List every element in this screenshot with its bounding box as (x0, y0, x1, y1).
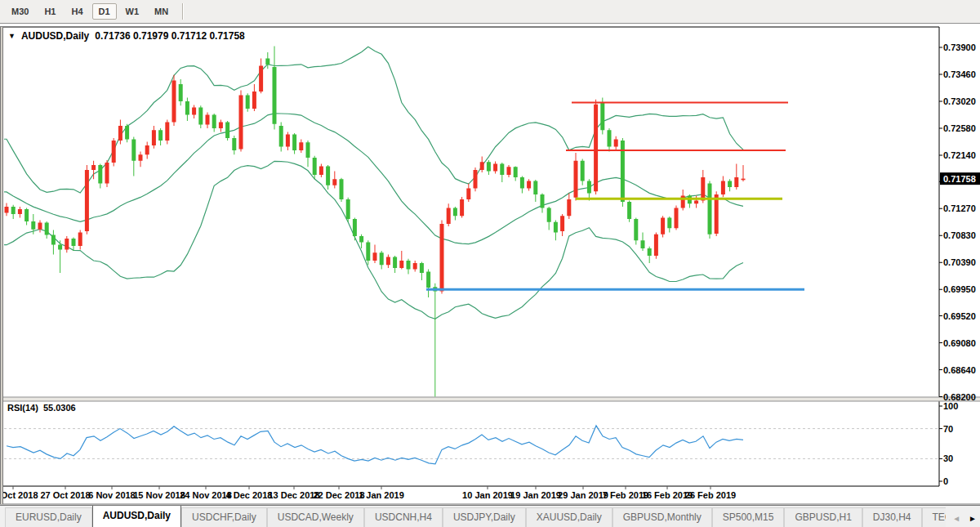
candle-body (326, 167, 330, 185)
candle-body (299, 142, 303, 150)
candle-body (474, 170, 478, 189)
chart-tab-eurusd-daily[interactable]: EURUSD,Daily (5, 507, 92, 527)
candle-body (447, 208, 451, 225)
candle-body (507, 167, 511, 175)
candle-body (105, 163, 109, 184)
candle-body (313, 158, 317, 175)
candle-body (386, 257, 390, 266)
date-axis-label: 24 Nov 2018 (180, 490, 232, 500)
candle-body (560, 216, 564, 231)
chart-tab-audusd-daily[interactable]: AUDUSD,Daily (92, 506, 181, 527)
candle-body (453, 208, 457, 217)
price-axis-label: 0.72580 (943, 123, 976, 133)
candle-body (500, 164, 504, 176)
candle-body (614, 140, 618, 147)
candle-body (72, 239, 76, 246)
chart-symbol-label: AUDUSD,Daily (21, 30, 89, 42)
candle-body (98, 165, 102, 184)
timeframe-button-h1[interactable]: H1 (38, 3, 62, 20)
date-axis-label: 18 Oct 2018 (0, 490, 38, 500)
candle-body (58, 245, 62, 250)
timeframe-button-h4[interactable]: H4 (65, 3, 89, 20)
candle-body (273, 67, 277, 124)
candle-body (51, 235, 56, 245)
chart-title: ▼ AUDUSD,Daily 0.71736 0.71979 0.71712 0… (8, 30, 245, 42)
tabs-scroll-left-icon[interactable]: ◄ (952, 514, 960, 523)
pane-splitter[interactable] (0, 397, 980, 401)
candle-body (627, 202, 631, 219)
candle-body (393, 257, 397, 269)
candle-body (11, 207, 16, 214)
candle-body (112, 141, 116, 163)
candle-body (346, 199, 350, 219)
timeframe-button-w1[interactable]: W1 (119, 3, 146, 20)
rsi-name: RSI(14) (7, 403, 38, 413)
candle-body (332, 179, 336, 185)
timeframe-button-m30[interactable]: M30 (5, 3, 35, 20)
date-axis-label: 19 Jan 2019 (510, 490, 561, 500)
candle-body (426, 272, 430, 288)
candle-body (567, 199, 571, 216)
candle-body (694, 201, 698, 204)
rsi-axis-label: 0 (943, 476, 948, 486)
chart-tab-usdcnh-h4[interactable]: USDCNH,H4 (364, 507, 443, 527)
candle-body (533, 181, 537, 195)
candle-body (252, 92, 256, 109)
chart-ohlc-values: 0.71736 0.71979 0.71712 0.71758 (95, 30, 245, 42)
bollinger-upper-band (0, 47, 743, 193)
candle-body (581, 161, 585, 181)
candle-body (5, 207, 9, 213)
timeframe-button-d1[interactable]: D1 (92, 3, 117, 20)
candle-body (212, 115, 216, 129)
candle-body (413, 263, 417, 270)
candle-body (648, 248, 652, 256)
candle-body (742, 179, 746, 181)
chart-tab-usdcad-weekly[interactable]: USDCAD,Weekly (267, 507, 364, 527)
date-axis-label: 13 Dec 2018 (269, 490, 320, 500)
candle-body (547, 208, 551, 222)
chart-tab-gbpusd-monthly[interactable]: GBPUSD,Monthly (612, 507, 712, 527)
candle-body (152, 130, 156, 145)
chart-tab-sp500-m15[interactable]: SP500,M15 (712, 507, 785, 527)
candle-body (728, 181, 732, 188)
date-axis-label: 10 Jan 2019 (462, 490, 513, 500)
rsi-line (7, 426, 743, 464)
timeframe-button-mn[interactable]: MN (148, 3, 175, 20)
chart-canvas[interactable]: 0.739000.734600.730200.725800.721400.717… (0, 0, 980, 527)
price-axis-label: 0.73020 (943, 96, 976, 106)
rsi-axis-label: 30 (943, 453, 953, 463)
chart-tab-xauusd-daily[interactable]: XAUUSD,Daily (526, 507, 612, 527)
date-axis-label: 27 Oct 2018 (40, 490, 90, 500)
candle-body (246, 96, 250, 109)
candle-body (359, 236, 363, 243)
chart-tab-tech100-h[interactable]: TECH100,H (922, 507, 946, 527)
chart-tab-usdjpy-daily[interactable]: USDJPY,Daily (443, 507, 526, 527)
candle-body (527, 181, 531, 189)
candle-body (641, 240, 645, 248)
candle-body (265, 59, 270, 65)
bollinger-middle-band (0, 114, 743, 244)
chart-tab-dj30-h4[interactable]: DJ30,H4 (862, 507, 922, 527)
candle-body (708, 184, 712, 234)
candle-body (232, 138, 236, 150)
chart-tab-usdchf-daily[interactable]: USDCHF,Daily (181, 507, 267, 527)
symbol-dropdown-icon[interactable]: ▼ (8, 32, 16, 40)
candle-body (165, 123, 169, 141)
candle-body (192, 108, 196, 115)
candle-body (172, 81, 176, 123)
current-price-value: 0.71758 (943, 174, 976, 184)
candle-body (45, 223, 49, 235)
candle-body (487, 162, 491, 171)
rsi-axis-label: 70 (943, 424, 953, 434)
candle-body (118, 126, 122, 141)
candle-body (185, 101, 189, 115)
candle-body (259, 66, 263, 92)
tabs-scroll-right-icon[interactable]: ► (969, 514, 977, 523)
candle-body (574, 161, 578, 198)
candle-body (131, 140, 136, 161)
chart-tab-gbpusd-h1[interactable]: GBPUSD,H1 (784, 507, 862, 527)
candle-body (600, 103, 604, 131)
candle-body (541, 194, 545, 208)
candle-body (179, 84, 183, 101)
timeframe-toolbar: M30H1H4D1W1MN (0, 0, 980, 24)
